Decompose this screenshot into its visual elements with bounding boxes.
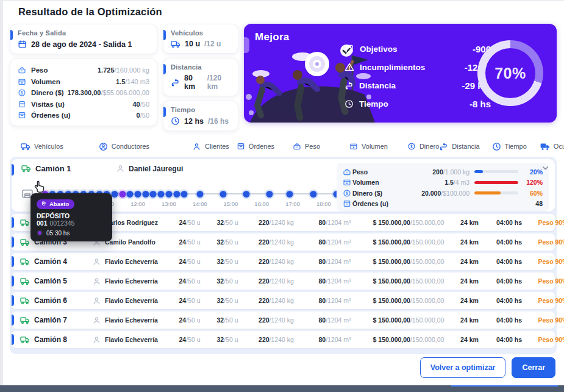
summary-stat-row: Volumen 1.5/140 m3 xyxy=(18,76,149,88)
vehicles-card: Vehículos 10 u/12 u xyxy=(163,24,238,54)
route-icon xyxy=(344,81,354,90)
vehicle-row[interactable]: Camión 8 Flavio Echeverría 24/50 u 32/50… xyxy=(12,331,555,348)
timeline-stop-dot[interactable] xyxy=(310,191,316,198)
improvement-item: Objetivos -900 xyxy=(344,40,491,58)
summary-stat-value: 40 xyxy=(132,101,140,108)
timeline-hour-label: 18:00 xyxy=(316,201,331,207)
tab-vehiculos[interactable]: Vehículos xyxy=(21,143,63,151)
tab-dinero[interactable]: Dinero xyxy=(407,142,439,151)
money-cell: $ 150.000,00/150.000,00 xyxy=(363,277,454,285)
clock-icon xyxy=(171,116,180,126)
visits-cell: 24/50 u xyxy=(170,316,209,324)
time-cell: 04:00 hs xyxy=(485,316,534,324)
improvement-percent: 70% xyxy=(494,65,526,82)
tab-label: Conductores xyxy=(112,143,149,150)
stat-value: 200/1.000 kg xyxy=(400,168,474,176)
tab-label: Órdenes xyxy=(249,143,274,150)
improvement-donut: 70% xyxy=(477,40,543,106)
chevron-up-icon[interactable] xyxy=(541,163,550,175)
occupancy-cell: Peso 90% xyxy=(534,277,564,285)
timeline-stop-dot[interactable] xyxy=(158,191,165,198)
summary-section: Fecha y Salida 28 de ago de 2024 - Salid… xyxy=(2,21,564,131)
stat-value: 1.5/4 m3 xyxy=(400,179,474,186)
summary-stat-row: Peso 1.725/160.000 kg xyxy=(18,65,149,76)
close-button[interactable]: Cerrar xyxy=(512,357,555,378)
time-total: /16 hs xyxy=(208,117,229,126)
expanded-stat-row: Dinero ($) 20.000/$100.000 60% xyxy=(343,188,543,199)
occupancy-cell: Peso 90% xyxy=(534,219,564,226)
driver-name: Flavio Echeverría xyxy=(105,258,158,265)
dimmed-background-strip xyxy=(0,385,564,392)
vehicle-row[interactable]: Camión 5 Flavio Echeverría 24/50 u 32/50… xyxy=(12,273,555,290)
vehicle-name: Camión 1 xyxy=(35,164,116,173)
vehicle-row[interactable]: Camión 4 Flavio Echeverría 24/50 u 32/50… xyxy=(12,253,555,270)
distance-card: Distancia 80 km/120 km xyxy=(163,58,238,96)
weight-cell: 220/1240 kg xyxy=(246,238,307,246)
driver-name: Flavio Echeverría xyxy=(105,316,158,324)
stop-tooltip: Abasto DEPÓSITO 0010012345 05:30 hs xyxy=(30,193,112,241)
timeline-stop-dot[interactable] xyxy=(181,191,188,198)
timeline-stop-dot[interactable] xyxy=(287,191,293,198)
distance-total: /120 km xyxy=(207,74,230,91)
distance-cell: 24 km xyxy=(454,297,485,304)
weight-cell: 220/1240 kg xyxy=(246,316,307,324)
orders-cell: 32/50 u xyxy=(209,336,246,343)
stat-label: Peso xyxy=(352,168,400,176)
objectives-icon xyxy=(344,44,354,54)
visits-cell: 24/50 u xyxy=(170,336,209,343)
tab-label: Dinero xyxy=(419,143,439,150)
tab-clientes[interactable]: Clientes xyxy=(192,142,229,151)
tab-peso[interactable]: Peso xyxy=(293,142,320,151)
stat-progress-bar xyxy=(474,191,518,194)
distance-cell: 24 km xyxy=(454,277,485,285)
summary-stat-value: 1.5 xyxy=(116,78,125,85)
summary-stat-total: /160.000 kg xyxy=(115,66,150,74)
tab-tiempo[interactable]: Tiempo xyxy=(492,142,527,151)
route-icon xyxy=(439,142,448,151)
timeline-stop-dot[interactable] xyxy=(196,191,203,198)
tab-distancia[interactable]: Distancia xyxy=(439,142,479,151)
improvement-item: Tiempo -8 hs xyxy=(344,94,491,113)
improvement-label: Tiempo xyxy=(359,99,388,109)
stat-percent: 48 xyxy=(518,200,543,207)
volume-cell: 80/1204 m³ xyxy=(307,277,363,285)
weight-cell: 220/1240 kg xyxy=(246,219,307,226)
timeline-stop-dot[interactable] xyxy=(243,191,249,198)
timeline-stop-dot[interactable] xyxy=(111,191,118,198)
timeline-stop-dot[interactable] xyxy=(266,191,273,198)
tab-label: Vehículos xyxy=(34,143,63,150)
stat-label: Órdenes (u) xyxy=(352,200,400,207)
person-icon xyxy=(92,316,101,325)
reoptimize-button[interactable]: Volver a optimizar xyxy=(420,357,506,378)
visits-cell: 24/50 u xyxy=(170,219,209,226)
timeline-stop-dot[interactable] xyxy=(173,191,180,198)
timeline-stop-dot[interactable] xyxy=(119,191,126,198)
time-cell: 04:00 hs xyxy=(485,238,534,246)
timeline-stop-dot[interactable] xyxy=(165,191,172,198)
truck-icon xyxy=(20,238,30,246)
tab-conductores[interactable]: Conductores xyxy=(99,142,149,151)
money-cell: $ 150.000,00/150.000,00 xyxy=(363,316,454,324)
weight-cell: 220/1240 kg xyxy=(246,258,307,265)
timeline-stop-dot[interactable] xyxy=(127,191,134,198)
clock-icon xyxy=(492,142,501,151)
vehicle-row[interactable]: Camión 7 Flavio Echeverría 24/50 u 32/50… xyxy=(12,312,555,329)
driver-name: Flavio Echeverría xyxy=(105,277,158,285)
summary-stat-row: Visitas (u) 40/50 xyxy=(18,99,149,110)
visits-cell: 24/50 u xyxy=(170,277,209,285)
timeline-stop-dot[interactable] xyxy=(150,191,157,198)
box-icon xyxy=(343,178,352,187)
stat-percent: 20% xyxy=(518,168,543,176)
summary-stat-label: Dinero ($) xyxy=(31,89,64,96)
timeline-stop-dot[interactable] xyxy=(142,191,149,198)
vehicle-row[interactable]: Camión 6 Flavio Echeverría 24/50 u 32/50… xyxy=(12,292,555,309)
driver-name: Carlos Rodríguez xyxy=(105,219,158,226)
tab-volumen[interactable]: Volumen xyxy=(349,142,388,151)
tab-ocupacion[interactable]: Ocupación xyxy=(540,143,564,151)
stat-label: Volumen xyxy=(352,179,400,186)
timeline-stop-dot[interactable] xyxy=(220,191,226,198)
person-icon xyxy=(92,296,101,305)
tab-ordenes[interactable]: Órdenes xyxy=(237,142,274,151)
timeline-stop-dot[interactable] xyxy=(135,191,141,198)
vehicle-list: Camión 1 Daniel Jáuregui 9:0010:0011:001… xyxy=(10,157,557,354)
